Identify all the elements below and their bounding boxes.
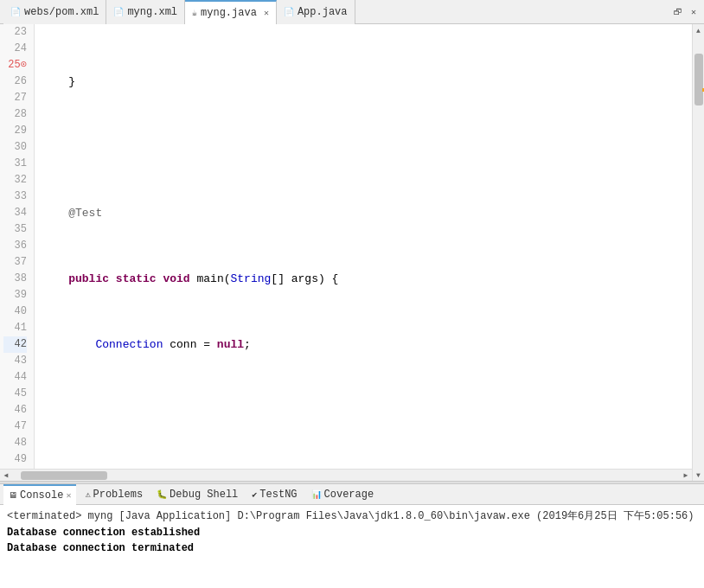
code-line-25: @Test [42, 205, 692, 221]
console-output-line-1: Database connection established [7, 525, 697, 540]
tab-label-pom: webs/pom.xml [24, 6, 99, 18]
console-output-line-2: Database connection terminated [7, 540, 697, 556]
code-line-28 [42, 402, 692, 419]
console-tab-icon-console: 🖥 [9, 490, 17, 501]
code-line-24 [42, 139, 692, 156]
console-tab-coverage[interactable]: 📊 Coverage [306, 484, 380, 505]
scroll-up-btn[interactable]: ▲ [693, 24, 705, 36]
close-button[interactable]: ✕ [687, 5, 701, 19]
scroll-down-btn[interactable]: ▼ [693, 469, 705, 481]
console-tab-icon-debug: 🐛 [157, 489, 167, 500]
code-content[interactable]: } @Test public static void main(String[]… [35, 24, 692, 469]
tab-app-java[interactable]: 📄 App.java [277, 0, 355, 24]
window-controls: 🗗 ✕ [671, 5, 701, 19]
code-line-27: Connection conn = null; [42, 336, 692, 353]
h-scroll-right-btn[interactable]: ▶ [680, 470, 692, 482]
tab-icon-myng-java: ☕ [192, 8, 197, 18]
console-tab-label-debug: Debug Shell [170, 489, 238, 501]
tab-pom[interactable]: 📄 webs/pom.xml [3, 0, 106, 24]
restore-button[interactable]: 🗗 [671, 5, 685, 19]
code-line-26: public static void main(String[] args) { [42, 271, 692, 287]
console-tab-problems[interactable]: ⚠ Problems [80, 484, 148, 505]
console-tab-label-testng: TestNG [259, 489, 297, 501]
tab-myng-java[interactable]: ☕ myng.java ✕ [185, 0, 277, 24]
tab-myng-xml[interactable]: 📄 myng.xml [106, 0, 185, 24]
main-content: 23 24 25⊙ 26 27 28 29 30 31 32 33 34 35 … [0, 24, 704, 481]
h-scroll-track[interactable] [12, 470, 680, 482]
tab-icon-myng-xml: 📄 [113, 7, 124, 17]
console-tab-close-console[interactable]: ✕ [66, 490, 71, 501]
scroll-thumb[interactable] [694, 54, 703, 105]
tab-bar: 📄 webs/pom.xml 📄 myng.xml ☕ myng.java ✕ … [0, 0, 704, 24]
tab-label-myng-java: myng.java [201, 7, 257, 19]
console-tab-debug-shell[interactable]: 🐛 Debug Shell [151, 484, 243, 505]
console-tab-icon-coverage: 📊 [311, 489, 322, 500]
line-numbers: 23 24 25⊙ 26 27 28 29 30 31 32 33 34 35 … [0, 24, 35, 469]
code-container[interactable]: 23 24 25⊙ 26 27 28 29 30 31 32 33 34 35 … [0, 24, 692, 469]
tab-close-myng-java[interactable]: ✕ [264, 8, 269, 18]
console-tab-label-coverage: Coverage [324, 489, 374, 501]
h-scroll-thumb[interactable] [21, 471, 107, 480]
tab-icon-pom: 📄 [10, 7, 21, 17]
console-tab-testng[interactable]: ✔ TestNG [246, 484, 302, 505]
console-tab-console[interactable]: 🖥 Console ✕ [3, 484, 76, 505]
console-tab-label-console: Console [20, 489, 63, 502]
editor: 23 24 25⊙ 26 27 28 29 30 31 32 33 34 35 … [0, 24, 692, 481]
console-tab-icon-problems: ⚠ [85, 489, 90, 500]
h-scrollbar[interactable]: ◀ ▶ [0, 469, 692, 481]
h-scroll-left-btn[interactable]: ◀ [0, 470, 12, 482]
console-panel: 🖥 Console ✕ ⚠ Problems 🐛 Debug Shell ✔ T… [0, 484, 704, 588]
console-tab-bar: 🖥 Console ✕ ⚠ Problems 🐛 Debug Shell ✔ T… [0, 484, 704, 505]
tab-icon-app-java: 📄 [284, 7, 294, 17]
tab-label-app-java: App.java [298, 6, 348, 18]
tab-label-myng-xml: myng.xml [127, 6, 177, 18]
code-line-23: } [42, 74, 692, 90]
console-status: <terminated> myng [Java Application] D:\… [7, 508, 697, 523]
console-content[interactable]: <terminated> myng [Java Application] D:\… [0, 505, 704, 588]
scroll-track[interactable] [693, 36, 705, 469]
console-tab-label-problems: Problems [93, 489, 143, 501]
console-tab-icon-testng: ✔ [252, 489, 257, 500]
scrollbar-area[interactable]: ▲ ▼ [692, 24, 704, 481]
